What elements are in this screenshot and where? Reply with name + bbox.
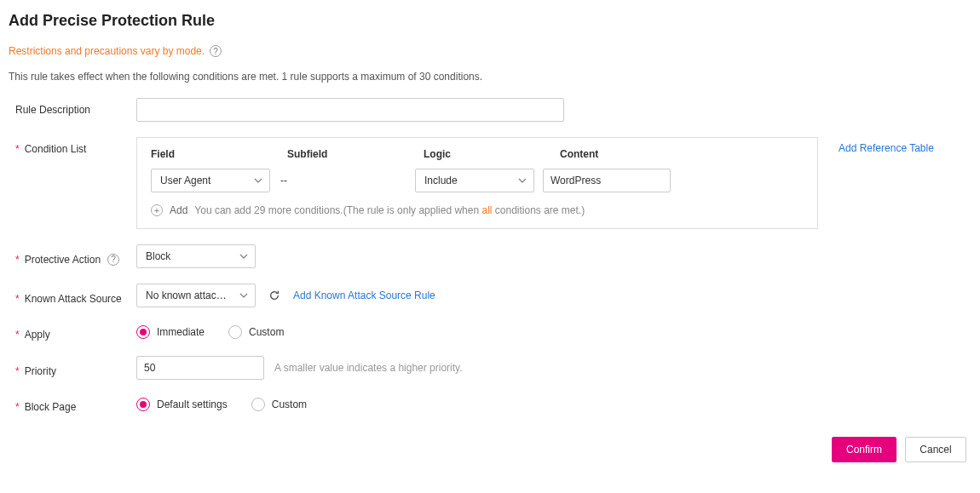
condition-logic-value: Include	[424, 175, 458, 186]
effect-note: This rule takes effect when the followin…	[9, 71, 971, 83]
restrictions-text: Restrictions and precautions vary by mod…	[9, 45, 205, 57]
condition-subfield-value: --	[279, 175, 406, 186]
block-page-custom-label: Custom	[272, 398, 307, 410]
help-icon[interactable]: ?	[210, 45, 222, 57]
apply-custom-label: Custom	[249, 326, 284, 338]
block-page-default-label: Default settings	[157, 398, 228, 410]
plus-circle-icon[interactable]: +	[151, 204, 163, 216]
chevron-down-icon	[239, 254, 248, 259]
required-marker: *	[15, 365, 20, 377]
add-condition-button[interactable]: Add	[170, 204, 187, 216]
rule-description-input[interactable]	[136, 98, 564, 122]
known-attack-source-label: Known Attack Source	[25, 293, 122, 305]
radio-icon	[136, 398, 150, 411]
page-title: Add Precise Protection Rule	[9, 12, 971, 30]
add-hint-before: You can add 29 more conditions.(The rule…	[194, 204, 481, 216]
radio-icon	[251, 398, 265, 411]
priority-input[interactable]	[136, 356, 264, 380]
add-known-attack-source-link[interactable]: Add Known Attack Source Rule	[293, 289, 435, 301]
chevron-down-icon	[254, 178, 262, 183]
condition-content-input[interactable]	[543, 169, 671, 192]
condition-logic-select[interactable]: Include	[415, 169, 534, 192]
radio-icon	[136, 325, 150, 339]
required-marker: *	[15, 293, 20, 305]
condition-header-subfield: Subfield	[287, 148, 424, 160]
condition-field-select[interactable]: User Agent	[151, 169, 270, 192]
condition-header-logic: Logic	[424, 148, 560, 160]
block-page-custom-radio[interactable]: Custom	[251, 398, 307, 411]
add-hint-after: conditions are met.)	[492, 204, 585, 216]
condition-header-content: Content	[560, 148, 713, 160]
apply-custom-radio[interactable]: Custom	[228, 325, 284, 339]
apply-immediate-radio[interactable]: Immediate	[136, 325, 205, 339]
apply-immediate-label: Immediate	[157, 326, 205, 338]
block-page-default-radio[interactable]: Default settings	[136, 398, 228, 411]
confirm-button[interactable]: Confirm	[832, 437, 896, 462]
required-marker: *	[15, 143, 20, 155]
rule-description-label: Rule Description	[15, 104, 90, 116]
apply-label: Apply	[25, 329, 50, 341]
chevron-down-icon	[518, 178, 527, 183]
known-attack-source-select[interactable]: No known attack…	[136, 284, 256, 307]
condition-list-label: Condition List	[25, 143, 87, 155]
protective-action-label: Protective Action	[25, 254, 101, 266]
cancel-button[interactable]: Cancel	[905, 437, 966, 462]
protective-action-value: Block	[146, 250, 170, 262]
required-marker: *	[15, 254, 20, 266]
protective-action-select[interactable]: Block	[136, 244, 256, 268]
priority-hint: A smaller value indicates a higher prior…	[274, 362, 463, 374]
block-page-label: Block Page	[25, 401, 77, 413]
condition-header-field: Field	[151, 148, 287, 160]
priority-label: Priority	[25, 365, 56, 377]
required-marker: *	[15, 329, 20, 341]
required-marker: *	[15, 401, 20, 413]
radio-icon	[228, 325, 242, 339]
condition-list-box: Field Subfield Logic Content User Agent …	[136, 137, 818, 229]
add-hint-highlight: all	[481, 204, 492, 216]
known-attack-source-value: No known attack…	[146, 289, 231, 301]
help-icon[interactable]: ?	[107, 254, 119, 266]
chevron-down-icon	[239, 293, 248, 298]
condition-field-value: User Agent	[160, 175, 210, 186]
add-reference-table-link[interactable]: Add Reference Table	[839, 137, 934, 154]
refresh-icon[interactable]	[266, 287, 283, 304]
